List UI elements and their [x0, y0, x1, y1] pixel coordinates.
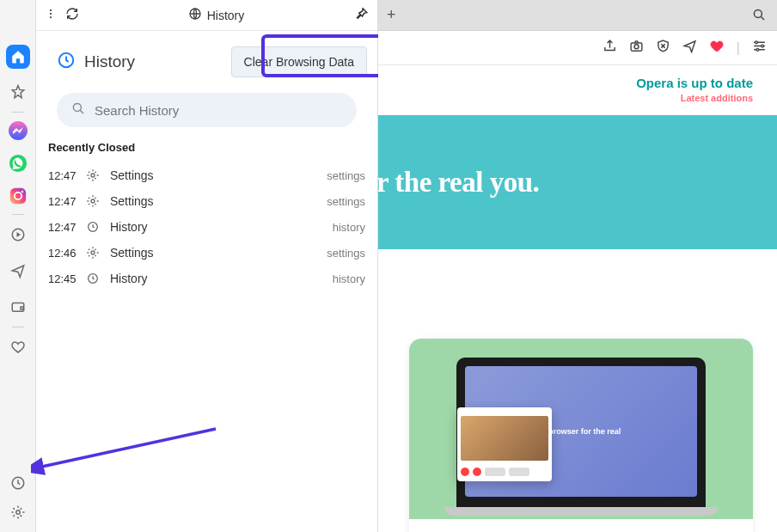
panel-menu-icon[interactable]	[45, 8, 57, 23]
history-label: History	[110, 220, 333, 234]
hero-banner: r the real you.	[378, 115, 777, 249]
main-content-area: + | Opera is up to date Latest additions…	[378, 0, 777, 532]
svg-point-25	[756, 48, 759, 51]
history-row[interactable]: 12:47Settingssettings	[43, 162, 370, 188]
heart-outline-icon[interactable]	[5, 334, 31, 360]
history-row[interactable]: 12:47Historyhistory	[43, 214, 370, 240]
gear-icon	[84, 244, 101, 261]
svg-point-4	[21, 191, 22, 193]
svg-point-24	[762, 45, 764, 47]
card-image: A browser for the real	[409, 339, 753, 519]
reload-icon[interactable]	[65, 7, 79, 24]
history-tag: settings	[327, 247, 365, 260]
history-row[interactable]: 12:46Settingssettings	[43, 240, 370, 266]
history-time: 12:46	[48, 247, 84, 260]
history-label: History	[110, 272, 333, 285]
svg-point-14	[73, 103, 81, 111]
panel-header: History	[36, 0, 377, 31]
clock-icon	[84, 218, 101, 235]
history-panel: History History Clear Browsing Data Rece…	[36, 0, 378, 532]
svg-point-11	[50, 15, 52, 17]
separator	[12, 214, 24, 215]
search-history-box[interactable]	[57, 93, 357, 127]
left-sidebar	[0, 0, 36, 532]
svg-point-22	[634, 45, 639, 49]
history-time: 12:47	[48, 169, 84, 182]
easy-setup-icon[interactable]	[752, 39, 767, 57]
send-page-icon[interactable]	[682, 39, 697, 57]
whatsapp-icon[interactable]	[5, 150, 31, 176]
svg-point-9	[50, 9, 52, 10]
clear-browsing-data-button[interactable]: Clear Browsing Data	[231, 46, 367, 77]
settings-gear-icon[interactable]	[10, 504, 26, 523]
player-icon[interactable]	[5, 222, 31, 248]
sidebar-bottom	[0, 475, 36, 523]
snapshot-icon[interactable]	[629, 39, 644, 57]
svg-point-15	[91, 174, 95, 177]
home-icon[interactable]	[6, 45, 30, 69]
history-time: 12:47	[48, 221, 84, 234]
panel-subheader: History Clear Browsing Data	[36, 31, 377, 86]
history-label: Settings	[110, 194, 327, 208]
svg-point-10	[50, 12, 52, 14]
popout-preview	[457, 407, 552, 481]
svg-point-20	[754, 9, 762, 17]
bookmark-star-icon[interactable]	[5, 79, 31, 105]
history-label: Settings	[110, 168, 327, 182]
search-icon	[70, 101, 86, 119]
globe-icon	[188, 7, 202, 23]
svg-point-8	[16, 511, 21, 515]
history-time: 12:47	[48, 195, 84, 208]
heart-icon[interactable]	[709, 39, 725, 58]
history-row[interactable]: 12:45Historyhistory	[43, 266, 370, 291]
history-tag: history	[333, 272, 365, 285]
hero-text: r the real you.	[378, 167, 539, 199]
recently-closed-label: Recently Closed	[36, 141, 377, 162]
page-toolbar: |	[378, 31, 777, 65]
history-list: 12:47Settingssettings12:47Settingssettin…	[36, 162, 377, 291]
search-top-icon[interactable]	[751, 7, 767, 26]
clock-icon	[84, 270, 101, 287]
history-tag: settings	[327, 169, 365, 182]
history-time: 12:45	[48, 272, 84, 285]
pin-icon[interactable]	[353, 6, 369, 25]
svg-point-18	[91, 251, 95, 254]
svg-point-16	[91, 199, 95, 203]
history-sidebar-icon[interactable]	[10, 475, 26, 494]
history-tag: settings	[327, 195, 365, 208]
update-subtitle[interactable]: Latest additions	[378, 93, 753, 103]
update-title: Opera is up to date	[378, 76, 753, 90]
wallet-icon[interactable]	[5, 294, 31, 320]
gear-icon	[84, 167, 101, 184]
gear-icon	[84, 193, 101, 210]
update-block: Opera is up to date Latest additions	[378, 65, 777, 107]
separator	[12, 112, 24, 113]
feature-card: A browser for the real Video Call Popout…	[409, 339, 753, 532]
send-icon[interactable]	[5, 258, 31, 284]
new-tab-button[interactable]: +	[387, 6, 396, 24]
panel-title: History	[207, 9, 245, 22]
history-tag: history	[333, 221, 365, 234]
history-heading: History	[84, 52, 223, 71]
shield-icon[interactable]	[656, 39, 670, 57]
history-clock-icon	[57, 51, 76, 73]
svg-point-23	[756, 41, 758, 44]
share-icon[interactable]	[603, 39, 617, 57]
svg-rect-2	[9, 188, 25, 204]
tab-bar: +	[378, 0, 777, 31]
search-history-input[interactable]	[95, 103, 343, 118]
separator	[12, 327, 24, 327]
history-row[interactable]: 12:47Settingssettings	[43, 188, 370, 214]
messenger-icon[interactable]	[5, 118, 31, 144]
instagram-icon[interactable]	[5, 183, 31, 209]
history-label: Settings	[110, 246, 327, 260]
